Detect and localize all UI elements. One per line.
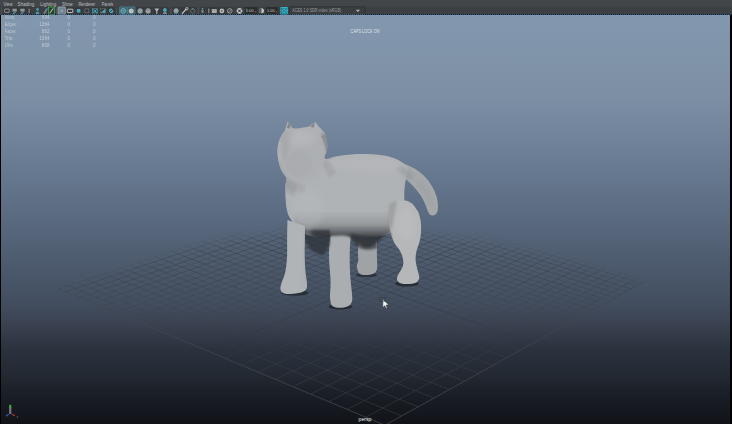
svg-text:1364: 1364	[39, 22, 50, 27]
svg-text:662: 662	[42, 29, 50, 34]
svg-text:View: View	[3, 1, 12, 7]
svg-text:Renderer: Renderer	[78, 1, 95, 7]
svg-text:Tris:: Tris:	[5, 36, 14, 41]
svg-text:0: 0	[67, 36, 70, 41]
svg-text:0: 0	[93, 43, 96, 48]
svg-text:ACES 1.0 SDR-video (sRGB): ACES 1.0 SDR-video (sRGB)	[292, 8, 341, 13]
svg-text:0: 0	[67, 29, 70, 34]
svg-text:Lighting: Lighting	[40, 1, 56, 7]
svg-text:694: 694	[42, 15, 50, 20]
svg-text:CAPS LOCK ON: CAPS LOCK ON	[351, 29, 380, 34]
svg-text:0: 0	[93, 22, 96, 27]
svg-text:Verts:: Verts:	[5, 15, 16, 20]
svg-text:Panels: Panels	[102, 1, 114, 7]
svg-text:1364: 1364	[39, 36, 50, 41]
svg-text:Edges:: Edges:	[5, 22, 17, 27]
svg-text:persp: persp	[359, 416, 373, 422]
svg-text:0: 0	[67, 43, 70, 48]
svg-text:Show: Show	[62, 1, 73, 7]
svg-text:Faces:: Faces:	[5, 29, 16, 34]
svg-text:x: x	[17, 415, 19, 419]
svg-text:0.00: 0.00	[246, 8, 254, 13]
svg-text:UVs:: UVs:	[5, 43, 14, 48]
svg-text:0: 0	[93, 29, 96, 34]
svg-text:1.00: 1.00	[267, 8, 275, 13]
svg-text:Shading: Shading	[18, 1, 35, 7]
svg-text:0: 0	[93, 15, 96, 20]
svg-text:0: 0	[67, 22, 70, 27]
svg-text:0: 0	[67, 15, 70, 20]
svg-text:0: 0	[93, 36, 96, 41]
svg-text:868: 868	[42, 43, 50, 48]
